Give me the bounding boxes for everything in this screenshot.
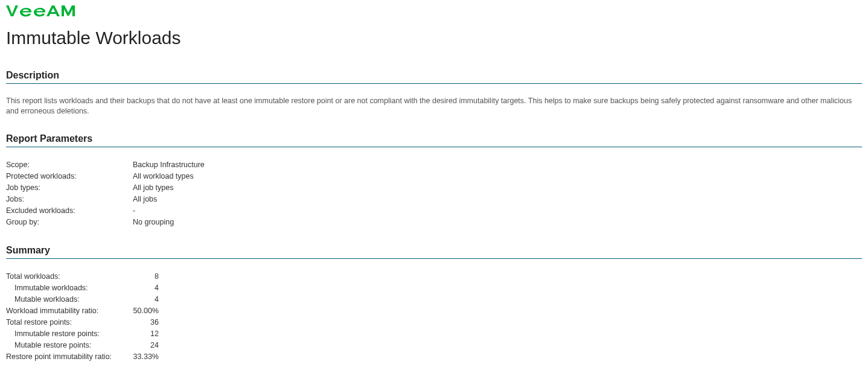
summary-heading: Summary — [6, 245, 862, 259]
summary-label: Mutable workloads: — [6, 294, 130, 305]
page-title: Immutable Workloads — [6, 28, 862, 48]
parameter-row: Protected workloads:All workload types — [6, 171, 205, 182]
summary-row: Workload immutability ratio:50.00% — [6, 305, 159, 317]
parameter-label: Excluded workloads: — [6, 205, 133, 217]
parameter-value: No grouping — [133, 217, 205, 228]
summary-value: 24 — [130, 340, 159, 351]
parameter-label: Scope: — [6, 159, 133, 171]
summary-label: Total restore points: — [6, 317, 130, 328]
description-text: This report lists workloads and their ba… — [6, 96, 862, 116]
summary-label: Total workloads: — [6, 271, 130, 282]
parameter-value: All workload types — [133, 171, 205, 182]
parameter-row: Excluded workloads:- — [6, 205, 205, 217]
parameter-row: Job types:All job types — [6, 182, 205, 194]
parameter-label: Jobs: — [6, 194, 133, 205]
parameter-label: Group by: — [6, 217, 133, 228]
summary-row: Restore point immutability ratio:33.33% — [6, 351, 159, 363]
summary-row: Mutable restore points:24 — [6, 340, 159, 351]
parameters-table: Scope:Backup InfrastructureProtected wor… — [6, 159, 205, 228]
summary-label: Immutable restore points: — [6, 328, 130, 340]
summary-row: Total restore points:36 — [6, 317, 159, 328]
parameter-value: - — [133, 205, 205, 217]
summary-label: Workload immutability ratio: — [6, 305, 130, 317]
parameter-row: Scope:Backup Infrastructure — [6, 159, 205, 171]
parameter-label: Job types: — [6, 182, 133, 194]
parameter-row: Jobs:All jobs — [6, 194, 205, 205]
summary-row: Immutable workloads:4 — [6, 282, 159, 294]
summary-value: 36 — [130, 317, 159, 328]
summary-label: Immutable workloads: — [6, 282, 130, 294]
summary-value: 12 — [130, 328, 159, 340]
parameters-heading: Report Parameters — [6, 133, 862, 147]
parameter-label: Protected workloads: — [6, 171, 133, 182]
summary-value: 4 — [130, 282, 159, 294]
summary-label: Restore point immutability ratio: — [6, 351, 130, 363]
description-heading: Description — [6, 70, 862, 84]
parameter-row: Group by:No grouping — [6, 217, 205, 228]
parameter-value: All job types — [133, 182, 205, 194]
summary-value: 8 — [130, 271, 159, 282]
parameter-value: Backup Infrastructure — [133, 159, 205, 171]
summary-row: Total workloads:8 — [6, 271, 159, 282]
summary-label: Mutable restore points: — [6, 340, 130, 351]
summary-value: 4 — [130, 294, 159, 305]
veeam-logo — [6, 5, 862, 17]
parameter-value: All jobs — [133, 194, 205, 205]
summary-row: Immutable restore points:12 — [6, 328, 159, 340]
summary-value: 33.33% — [130, 351, 159, 363]
summary-value: 50.00% — [130, 305, 159, 317]
summary-table: Total workloads:8Immutable workloads:4Mu… — [6, 271, 159, 363]
summary-row: Mutable workloads:4 — [6, 294, 159, 305]
